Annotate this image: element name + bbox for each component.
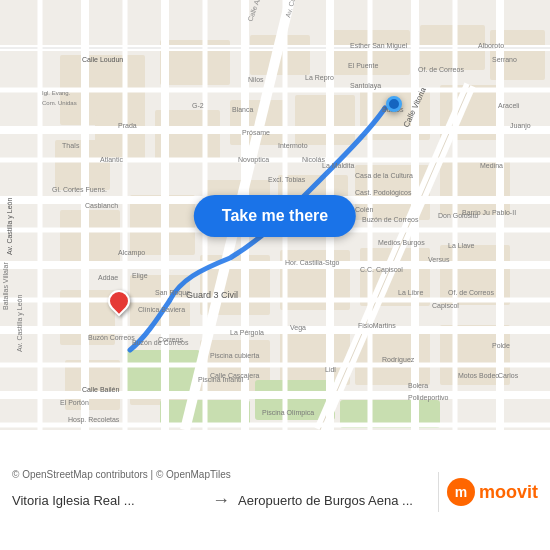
origin-marker (108, 290, 130, 312)
moovit-icon: m (447, 478, 475, 506)
svg-text:Santolaya: Santolaya (350, 82, 381, 90)
svg-text:La Pérgola: La Pérgola (230, 329, 264, 337)
moovit-logo: m moovit (447, 478, 538, 506)
svg-text:La Maldita: La Maldita (322, 162, 354, 169)
svg-text:Blanca: Blanca (232, 106, 254, 113)
svg-text:Buzón Correos: Buzón Correos (88, 334, 135, 341)
svg-text:G-2: G-2 (192, 102, 204, 109)
copyright-text: © OpenStreetMap contributors | © OpenMap… (12, 467, 430, 482)
svg-text:San Roque: San Roque (155, 289, 190, 297)
svg-text:C.C. Capiscol: C.C. Capiscol (360, 266, 403, 274)
svg-text:Esther San Miguel: Esther San Miguel (350, 42, 408, 50)
svg-text:Batallas Villalar: Batallas Villalar (2, 262, 9, 310)
svg-text:Novoptica: Novoptica (238, 156, 269, 164)
svg-text:Alcampo: Alcampo (118, 249, 145, 257)
svg-text:Igl. Evang.: Igl. Evang. (42, 90, 71, 96)
svg-text:La Llave: La Llave (448, 242, 475, 249)
destination-label: Aeropuerto de Burgos Aena ... (238, 493, 430, 508)
destination-dot (386, 96, 402, 112)
svg-text:Av. Castilla y León: Av. Castilla y León (6, 198, 14, 255)
svg-text:Juanjo: Juanjo (510, 122, 531, 130)
svg-text:Casa de la Cultura: Casa de la Cultura (355, 172, 413, 179)
svg-text:Carlos: Carlos (498, 372, 519, 379)
svg-text:Of. de Correos: Of. de Correos (448, 289, 494, 296)
svg-text:Buzón de Correos: Buzón de Correos (362, 216, 419, 223)
svg-text:Hosp. Recoletas: Hosp. Recoletas (68, 416, 120, 424)
svg-text:Hor. Castilla-Stgo: Hor. Castilla-Stgo (285, 259, 340, 267)
svg-text:Casblanch: Casblanch (85, 202, 118, 209)
svg-text:Addae: Addae (98, 274, 118, 281)
svg-text:La Repro: La Repro (305, 74, 334, 82)
svg-text:Polde: Polde (492, 342, 510, 349)
svg-text:Nilos: Nilos (248, 76, 264, 83)
destination-marker (386, 96, 402, 112)
svg-text:Piscina Olímpica: Piscina Olímpica (262, 409, 314, 417)
svg-text:Medina: Medina (480, 162, 503, 169)
svg-text:Com. Unidas: Com. Unidas (42, 100, 77, 106)
svg-text:Prósame: Prósame (242, 129, 270, 136)
svg-rect-11 (295, 95, 355, 145)
svg-text:Nicolás: Nicolás (302, 156, 325, 163)
svg-text:Piscina Infantil: Piscina Infantil (198, 376, 244, 383)
svg-text:Gl. Cortes Fuens.: Gl. Cortes Fuens. (52, 186, 107, 193)
svg-text:Atlantic: Atlantic (100, 156, 123, 163)
svg-text:Cast. Podológicos: Cast. Podológicos (355, 189, 412, 197)
svg-text:Calle Bailén: Calle Bailén (82, 386, 119, 393)
svg-text:Alboroto: Alboroto (478, 42, 504, 49)
separator (438, 472, 439, 512)
svg-text:Serrano: Serrano (492, 56, 517, 63)
svg-text:La Libre: La Libre (398, 289, 423, 296)
svg-text:Colén: Colén (355, 206, 373, 213)
svg-text:Thaïs: Thaïs (62, 142, 80, 149)
svg-text:Motos Bodeo: Motos Bodeo (458, 372, 499, 379)
svg-text:El Puente: El Puente (348, 62, 378, 69)
svg-text:Bolera: Bolera (408, 382, 428, 389)
take-me-there-button[interactable]: Take me there (194, 195, 356, 237)
svg-text:Elige: Elige (132, 272, 148, 280)
svg-text:Vega: Vega (290, 324, 306, 332)
svg-text:Guard 3 Civil: Guard 3 Civil (186, 290, 238, 300)
map-container: Guard 3 Civil Calle Vitoria Calle Loudun… (0, 0, 550, 430)
route-section: © OpenStreetMap contributors | © OpenMap… (12, 467, 430, 517)
svg-text:Av. Castilla y León: Av. Castilla y León (16, 295, 24, 352)
svg-text:El Portón: El Portón (60, 399, 89, 406)
svg-text:Intermoto: Intermoto (278, 142, 308, 149)
svg-text:Versus: Versus (428, 256, 450, 263)
svg-text:Rodríguez: Rodríguez (382, 356, 415, 364)
svg-text:Medios Burgos: Medios Burgos (378, 239, 425, 247)
app: Guard 3 Civil Calle Vitoria Calle Loudun… (0, 0, 550, 550)
bottom-panel: © OpenStreetMap contributors | © OpenMap… (0, 430, 550, 550)
svg-text:Piscina cubierta: Piscina cubierta (210, 352, 260, 359)
svg-text:Correos: Correos (158, 336, 183, 343)
svg-rect-14 (60, 210, 120, 265)
route-row: Vitoria Iglesia Real ... → Aeropuerto de… (12, 484, 430, 517)
svg-text:Araceli: Araceli (498, 102, 520, 109)
origin-pin (103, 285, 134, 316)
svg-text:Lidl: Lidl (325, 366, 336, 373)
svg-text:Polideportivo: Polideportivo (408, 394, 449, 402)
bottom-content: © OpenStreetMap contributors | © OpenMap… (12, 438, 538, 546)
svg-text:Capiscol: Capiscol (432, 302, 459, 310)
svg-text:Don Golosito: Don Golosito (438, 212, 479, 219)
svg-text:Excl. Tobias: Excl. Tobias (268, 176, 306, 183)
svg-text:Of. de Correos: Of. de Correos (418, 66, 464, 73)
origin-label: Vitoria Iglesia Real ... (12, 493, 204, 508)
moovit-brand-text: moovit (479, 482, 538, 503)
arrow-icon: → (212, 490, 230, 511)
svg-text:Calle Loudun: Calle Loudun (82, 56, 123, 63)
svg-text:FisioMartins: FisioMartins (358, 322, 396, 329)
svg-text:Clínica Baviera: Clínica Baviera (138, 306, 185, 313)
svg-text:Prada: Prada (118, 122, 137, 129)
